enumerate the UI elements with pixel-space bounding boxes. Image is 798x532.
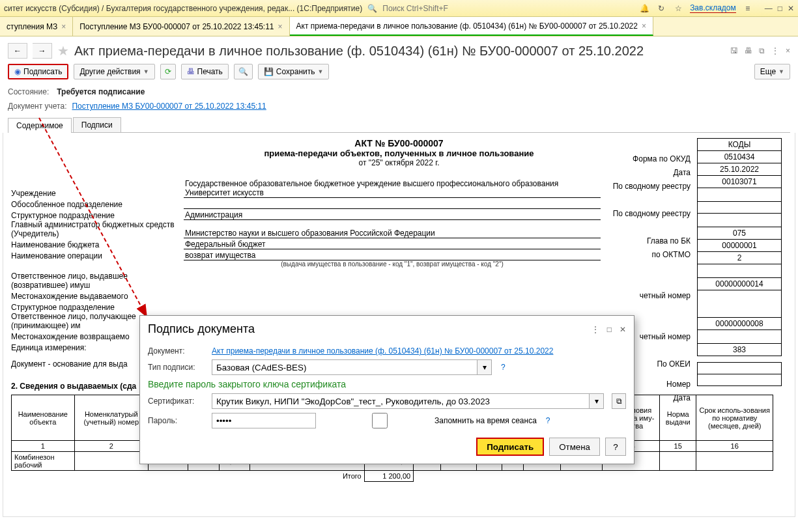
field-value: Министерство науки и высшего образования…	[184, 229, 601, 238]
password-input[interactable]	[212, 413, 316, 428]
field-label: Структурное подразделение	[11, 303, 184, 312]
status-label: Состояние:	[8, 87, 49, 96]
nav-back-button[interactable]: ←	[8, 43, 27, 59]
codes-header: КОДЫ	[698, 139, 782, 151]
field-value: возврат имущества	[184, 251, 601, 260]
tab-signatures[interactable]: Подписи	[73, 117, 121, 132]
cert-browse-button[interactable]: ⧉	[612, 393, 626, 409]
tab-label: Поступление МЗ БУ00-000007 от 25.10.2022…	[79, 22, 274, 31]
modal-type-label: Тип подписи:	[148, 363, 207, 372]
window-close-icon[interactable]: ✕	[788, 4, 794, 13]
field-label: Ответственное лицо, выдавшее (возвративш…	[11, 272, 184, 290]
docref-link[interactable]: Поступление МЗ БУ00-000007 от 25.10.2022…	[72, 102, 266, 111]
toolbar: ◉Подписать Другие действия▼ ⟳ 🖶Печать 🔍 …	[0, 61, 798, 86]
code-value: 00000000014	[698, 278, 782, 290]
tab-close-icon[interactable]: ×	[642, 21, 646, 31]
search-icon: 🔍	[367, 4, 377, 13]
dialog-cancel-button[interactable]: Отмена	[549, 438, 600, 456]
dialog-sign-button[interactable]: Подписать	[476, 438, 544, 456]
tab-close-icon[interactable]: ×	[61, 22, 66, 31]
user-role-link[interactable]: Зав.складом	[690, 3, 736, 13]
docref-row: Документ учета: Поступление МЗ БУ00-0000…	[0, 100, 798, 117]
document-tab-active[interactable]: Акт приема-передачи в личное пользование…	[290, 17, 653, 36]
menu-icon[interactable]: ≡	[743, 3, 753, 14]
tab-content[interactable]: Содержимое	[8, 118, 72, 133]
table-total-row: Итого 1 200,00	[12, 471, 773, 482]
field-value: Администрация	[184, 210, 601, 220]
refresh-button[interactable]: ⟳	[160, 64, 176, 79]
code-value: 075	[698, 227, 782, 240]
app-titlebar: ситет искусств (Субсидия) / Бухгалтерия …	[0, 0, 798, 17]
tab-close-icon[interactable]: ×	[278, 22, 283, 31]
code-value	[698, 202, 782, 214]
code-label: По сводному реестру	[547, 180, 691, 193]
tab-label: Акт приема-передачи в личное пользование…	[296, 21, 638, 31]
codes-box: КОДЫ 0510434 25.10.2022 00103071 075 000…	[697, 138, 782, 386]
sign-button[interactable]: ◉Подписать	[8, 64, 68, 79]
more-button[interactable]: Еще▼	[754, 64, 790, 79]
favorite-star-icon[interactable]: ★	[57, 43, 69, 59]
modal-doc-link[interactable]: Акт приема-передачи в личное пользование…	[212, 346, 553, 356]
code-label: по ОКТМО	[547, 248, 691, 262]
document-tabs: ступления МЗ × Поступление МЗ БУ00-00000…	[0, 17, 798, 36]
more-dots-icon[interactable]: ⋮	[771, 46, 779, 55]
col-header: Срок исполь-зования по нормативу (месяце…	[696, 395, 773, 441]
page-close-icon[interactable]: ×	[786, 46, 790, 55]
diskette-icon: 💾	[264, 67, 274, 76]
remember-text: Запомнить на время сеанса	[435, 416, 537, 425]
search-input[interactable]	[380, 3, 523, 14]
history-icon[interactable]: ↻	[656, 3, 666, 14]
modal-doc-label: Документ:	[148, 346, 207, 356]
code-label: Форма по ОКУД	[547, 152, 691, 166]
field-value: Государственное образовательное бюджетно…	[184, 179, 601, 198]
sign-type-select[interactable]	[212, 359, 477, 375]
modal-pwd-label: Пароль:	[148, 416, 207, 425]
dialog-maximize-icon[interactable]: □	[607, 325, 612, 334]
field-label: Наименование бюджета	[11, 240, 184, 249]
external-icon[interactable]: ⧉	[759, 46, 765, 55]
field-hint: (выдача имущества в пользование - код "1…	[184, 260, 601, 268]
stamp-icon: ◉	[14, 67, 21, 76]
print-icon[interactable]: 🖶	[745, 46, 752, 55]
dropdown-icon[interactable]: ▾	[590, 393, 604, 409]
dialog-help-button[interactable]: ?	[605, 438, 626, 456]
window-maximize-icon[interactable]: □	[778, 4, 782, 13]
attach-icon[interactable]: 🖫	[730, 46, 738, 55]
remember-checkbox-label[interactable]: Запомнить на время сеанса	[328, 413, 537, 428]
save-button[interactable]: 💾Сохранить▼	[258, 64, 330, 79]
code-value	[698, 374, 782, 386]
app-title: ситет искусств (Субсидия) / Бухгалтерия …	[4, 4, 362, 13]
page-nav-row: ← → ★ Акт приема-передачи в личное польз…	[0, 36, 798, 61]
field-value	[184, 208, 601, 209]
act-title: АКТ № БУ00-000007	[11, 138, 787, 148]
window-minimize-icon[interactable]: —	[765, 4, 773, 13]
document-tab[interactable]: ступления МЗ ×	[0, 17, 73, 36]
code-label: Дата	[547, 166, 691, 180]
help-icon[interactable]: ?	[501, 363, 506, 372]
other-actions-button[interactable]: Другие действия▼	[74, 64, 154, 79]
print-button[interactable]: 🖶Печать	[181, 64, 229, 79]
code-value: 00000001	[698, 240, 782, 252]
global-search: 🔍	[367, 3, 634, 14]
dropdown-icon[interactable]: ▾	[477, 359, 492, 375]
star-icon[interactable]: ☆	[673, 3, 683, 14]
bell-icon[interactable]: 🔔	[639, 3, 649, 14]
code-value	[698, 363, 782, 374]
code-value	[698, 264, 782, 278]
document-tab[interactable]: Поступление МЗ БУ00-000007 от 25.10.2022…	[73, 17, 289, 36]
field-label: Структурное подразделение	[11, 211, 184, 220]
code-value	[698, 188, 782, 202]
remember-checkbox[interactable]	[328, 413, 432, 428]
status-value: Требуется подписание	[57, 87, 145, 96]
help-icon[interactable]: ?	[546, 416, 550, 425]
code-value: 00000000008	[698, 318, 782, 330]
find-button[interactable]: 🔍	[234, 64, 253, 79]
code-value: 00103071	[698, 176, 782, 188]
dialog-close-icon[interactable]: ✕	[620, 325, 626, 334]
docref-label: Документ учета:	[8, 102, 66, 111]
certificate-select[interactable]	[212, 393, 590, 409]
dialog-more-icon[interactable]: ⋮	[591, 325, 599, 334]
inner-tabs: Содержимое Подписи	[0, 117, 798, 133]
field-label: Учреждение	[11, 189, 184, 198]
nav-forward-button[interactable]: →	[33, 43, 52, 59]
